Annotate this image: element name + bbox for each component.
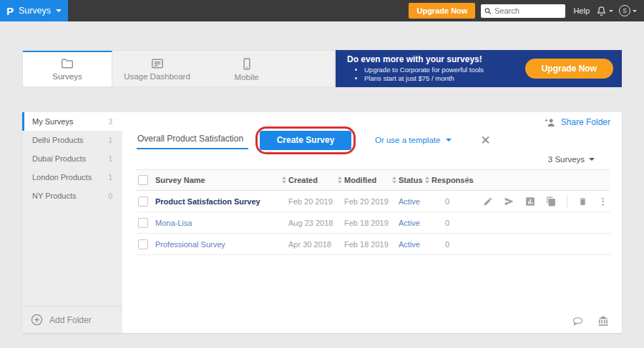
avatar-initial: S <box>623 7 627 14</box>
tab-label: Usage Dashboard <box>124 72 190 81</box>
tab-mobile[interactable]: Mobile <box>202 51 291 86</box>
status-badge: Active <box>399 197 423 206</box>
survey-name-link[interactable]: Mona-Lisa <box>155 219 280 227</box>
mobile-icon <box>242 58 252 70</box>
row-checkbox[interactable] <box>138 218 148 228</box>
table-row: Professional Survey Apr 30 2018 Feb 18 2… <box>137 234 610 255</box>
panel-footer-icons <box>572 316 609 327</box>
chevron-down-icon <box>56 9 62 12</box>
created-date: Apr 30 2018 <box>288 240 336 249</box>
column-header-status: Status <box>399 176 423 184</box>
created-date: Aug 23 2018 <box>288 219 336 227</box>
survey-creator-row: Create Survey Or use a template ✕ <box>137 126 610 154</box>
survey-list-area: Share Folder Create Survey Or use a temp… <box>122 112 622 333</box>
add-folder-button[interactable]: Add Folder <box>22 306 122 333</box>
sidebar-item-my-surveys[interactable]: My Surveys 3 <box>22 112 122 131</box>
table-header-row: Survey Name Created Modified Status Resp… <box>137 169 610 191</box>
share-folder-button[interactable]: Share Folder <box>545 117 610 127</box>
copy-icon[interactable] <box>546 197 556 207</box>
upgrade-now-button[interactable]: Upgrade Now <box>409 3 475 19</box>
column-header-created: Created <box>288 176 336 184</box>
responses-count: 0 <box>431 219 463 227</box>
help-link[interactable]: Help <box>573 6 590 15</box>
survey-name-link[interactable]: Professional Survey <box>155 240 280 249</box>
sidebar-item-london-products[interactable]: London Products 1 <box>22 168 122 187</box>
more-vertical-dots-icon[interactable]: ⋮ <box>598 197 608 206</box>
app-logo-surveys-menu[interactable]: P Surveys <box>0 0 68 21</box>
new-survey-name-input[interactable] <box>137 131 248 149</box>
folder-count: 1 <box>108 155 112 163</box>
sidebar-item-delhi-products[interactable]: Delhi Products 1 <box>22 131 122 149</box>
column-header-responses: Responses <box>431 176 463 184</box>
folder-count: 3 <box>108 118 112 126</box>
folder-count: 1 <box>108 174 112 182</box>
share-folder-label: Share Folder <box>561 117 610 127</box>
folder-label: NY Products <box>32 192 77 200</box>
sort-icon[interactable] <box>390 177 399 184</box>
view-tabs: Surveys Usage Dashboard Mobile <box>22 50 335 87</box>
add-folder-plus-icon <box>31 314 43 326</box>
notifications-menu[interactable] <box>596 6 613 16</box>
select-all-checkbox[interactable] <box>138 175 148 185</box>
banner-upgrade-now-button[interactable]: Upgrade Now <box>525 59 613 79</box>
chevron-down-icon <box>633 10 637 12</box>
sidebar-item-ny-products[interactable]: NY Products 0 <box>22 187 122 205</box>
sort-icon[interactable] <box>463 177 472 184</box>
brand-logo-icon: P <box>6 6 14 16</box>
dashboard-icon <box>151 58 164 69</box>
annotation-highlight-ring: Create Survey <box>255 126 356 154</box>
folders-sidebar: My Surveys 3 Delhi Products 1 Dubai Prod… <box>22 112 122 333</box>
app-menu-label: Surveys <box>19 6 51 16</box>
share-person-add-icon <box>545 118 556 127</box>
modified-date: Feb 18 2019 <box>344 219 390 227</box>
sort-icon[interactable] <box>280 177 288 184</box>
folder-label: My Surveys <box>32 117 73 126</box>
edit-pencil-icon[interactable] <box>483 197 493 207</box>
divider <box>567 196 567 207</box>
modified-date: Feb 18 2019 <box>344 240 390 249</box>
row-checkbox[interactable] <box>138 197 148 207</box>
create-survey-button[interactable]: Create Survey <box>260 131 351 150</box>
surveys-page: P Surveys Upgrade Now Help S Surveys <box>0 0 644 348</box>
sort-icon[interactable] <box>423 177 431 184</box>
banner-bullet: Upgrade to Corporate for powerful tools <box>364 66 484 74</box>
banner-bullet-list: Upgrade to Corporate for powerful tools … <box>364 66 484 84</box>
global-search[interactable] <box>481 4 565 18</box>
send-plane-icon[interactable] <box>504 197 514 207</box>
row-checkbox[interactable] <box>138 239 148 249</box>
add-folder-label: Add Folder <box>49 315 92 325</box>
table-row: Product Satisfaction Survey Feb 20 2019 … <box>137 191 610 212</box>
modified-date: Feb 20 2019 <box>344 197 390 206</box>
sidebar-item-dubai-products[interactable]: Dubai Products 1 <box>22 149 122 168</box>
survey-name-link[interactable]: Product Satisfaction Survey <box>155 197 280 206</box>
account-menu[interactable]: S <box>619 5 637 16</box>
surveys-count-label: 3 Surveys <box>548 155 585 164</box>
banner-bullet: Plans start at just $75 / month <box>364 74 484 83</box>
sort-icon[interactable] <box>336 177 344 184</box>
surveys-count-dropdown[interactable]: 3 Surveys <box>137 155 610 164</box>
feedback-comment-icon[interactable] <box>572 317 584 327</box>
upgrade-promo-banner: Do even more with your surveys! Upgrade … <box>336 50 622 87</box>
tab-label: Surveys <box>52 72 82 81</box>
surveys-panel: My Surveys 3 Delhi Products 1 Dubai Prod… <box>22 112 622 333</box>
banner-text: Do even more with your surveys! Upgrade … <box>347 54 484 84</box>
tab-usage-dashboard[interactable]: Usage Dashboard <box>112 51 202 86</box>
close-x-icon[interactable]: ✕ <box>480 134 490 146</box>
use-template-dropdown[interactable]: Or use a template <box>375 136 452 144</box>
folder-icon <box>61 58 74 69</box>
banner-title: Do even more with your surveys! <box>347 54 484 64</box>
tab-label: Mobile <box>235 73 259 81</box>
top-navigation-bar: P Surveys Upgrade Now Help S <box>0 0 644 22</box>
chevron-down-icon <box>609 10 613 12</box>
tabs-and-banner-row: Surveys Usage Dashboard Mobile Do even m… <box>22 50 622 87</box>
delete-trash-icon[interactable] <box>578 197 587 207</box>
tab-surveys[interactable]: Surveys <box>23 51 112 86</box>
responses-count: 0 <box>431 240 463 249</box>
analytics-chart-icon[interactable] <box>525 197 535 207</box>
search-input[interactable] <box>494 6 562 15</box>
folder-count: 0 <box>108 192 112 200</box>
archive-bank-icon[interactable] <box>597 316 609 327</box>
row-actions: ⋮ <box>472 196 610 207</box>
folder-count: 1 <box>108 136 112 144</box>
folder-label: Delhi Products <box>32 136 84 144</box>
